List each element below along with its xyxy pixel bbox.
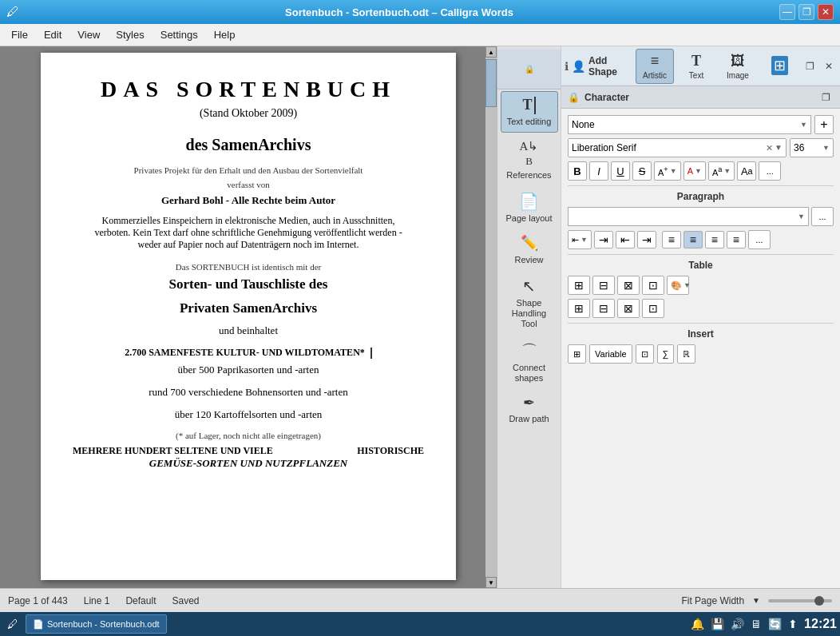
taskbar-icon-small: 📄 <box>33 619 44 630</box>
doc-by-label: verfasst von <box>73 180 424 189</box>
insert-frame-btn[interactable]: ⊡ <box>636 344 654 364</box>
text-size-dropdown[interactable]: Aa ▼ <box>708 161 735 181</box>
restore-button[interactable]: ❐ <box>798 4 814 20</box>
vertical-scrollbar[interactable]: ▲ ▼ <box>485 46 497 588</box>
line-info: Line 1 <box>84 595 110 606</box>
connect-shapes-icon: ⌒ <box>521 341 537 360</box>
align-right-btn[interactable]: ⇥ <box>594 231 613 248</box>
tool-page-layout[interactable]: 📄 Page layout <box>501 187 558 229</box>
menu-help[interactable]: Help <box>206 26 244 44</box>
bold-button[interactable]: B <box>568 161 587 181</box>
char-more-button[interactable]: ... <box>759 161 781 181</box>
menu-styles[interactable]: Styles <box>108 26 152 44</box>
insert-special-btn[interactable]: ℝ <box>677 344 695 364</box>
strikethrough-button[interactable]: S <box>632 161 652 181</box>
align-more-button[interactable]: ... <box>748 230 771 249</box>
add-style-button[interactable]: + <box>814 115 834 134</box>
tool-review[interactable]: ✏️ Review <box>501 230 558 270</box>
font-clear-icon[interactable]: ✕ <box>766 143 773 153</box>
prop-restore-button[interactable]: ❐ <box>818 89 834 105</box>
panel-close-button[interactable]: ✕ <box>821 58 837 74</box>
scroll-up-button[interactable]: ▲ <box>485 46 497 58</box>
add-shape-panel-toggle[interactable]: 🔒 <box>497 50 561 89</box>
char-style-select[interactable]: None ▼ <box>568 115 811 134</box>
shape-image-btn[interactable]: 🖼 Image <box>719 50 757 83</box>
zoom-thumb[interactable] <box>814 596 824 606</box>
document-page[interactable]: DAS SORTENBUCH (Stand Oktober 2009) des … <box>41 53 456 580</box>
font-size-select[interactable]: 36 ▼ <box>790 138 834 157</box>
indent-left-dropdown[interactable]: ⇤ ▼ <box>568 230 592 249</box>
panel-restore-button[interactable]: ❐ <box>802 58 818 74</box>
tool-text-editing[interactable]: T Text editing <box>501 91 558 133</box>
taskbar-icon-1[interactable]: 🔔 <box>691 618 704 630</box>
doc-separator: Das SORTENBUCH ist identisch mit der <box>73 262 424 272</box>
menu-settings[interactable]: Settings <box>153 26 206 44</box>
tool-shape-handling[interactable]: ↖ Shape Handling Tool <box>501 272 558 335</box>
zoom-slider[interactable] <box>768 599 832 602</box>
taskbar-icon-4[interactable]: 🖥 <box>751 618 762 630</box>
table-btn-6[interactable]: ⊟ <box>592 299 615 318</box>
tool-connect-shapes[interactable]: ⌒ Connect shapes <box>501 336 558 388</box>
taskbar-icon-5[interactable]: 🔄 <box>768 618 782 630</box>
scroll-down-button[interactable]: ▼ <box>485 577 497 588</box>
menu-edit[interactable]: Edit <box>36 26 69 44</box>
table-btn-7[interactable]: ⊠ <box>617 299 640 318</box>
right-panel: 🔒 T Text editing A↳B References 📄 Page l… <box>497 46 840 588</box>
table-btn-2[interactable]: ⊟ <box>592 276 615 295</box>
table-btn-1[interactable]: ⊞ <box>568 276 590 295</box>
table-btn-5[interactable]: ⊞ <box>568 299 590 318</box>
minimize-button[interactable]: — <box>779 4 795 20</box>
align-right-btn2[interactable]: ≡ <box>705 231 724 248</box>
table-btn-3[interactable]: ⊠ <box>617 276 640 295</box>
review-icon: ✏️ <box>521 235 538 252</box>
doc-stats-3: rund 700 verschiedene Bohnensorten und -… <box>73 386 424 399</box>
table-btn-8[interactable]: ⊡ <box>642 299 664 318</box>
tool-page-layout-label: Page layout <box>505 213 552 224</box>
scroll-thumb[interactable] <box>485 59 497 107</box>
taskbar-icon-6[interactable]: ⬆ <box>788 618 798 630</box>
close-button[interactable]: ✕ <box>818 4 834 20</box>
taskbar-app-icon[interactable]: 🖊 <box>3 614 22 634</box>
table-btn-4[interactable]: ⊡ <box>642 276 664 295</box>
doc-extra-3: GEMÜSE-SORTEN UND NUTZPFLANZEN <box>73 457 424 470</box>
zoom-dropdown-arrow[interactable]: ▼ <box>752 596 760 605</box>
font-dropdown-arrow[interactable]: ▼ <box>775 143 783 153</box>
tool-references[interactable]: A↳B References <box>501 134 558 185</box>
user-icon: 👤 <box>572 60 585 73</box>
align-left-btn[interactable]: ≡ <box>662 231 681 248</box>
menu-view[interactable]: View <box>69 26 108 44</box>
tool-draw-path[interactable]: ✒ Draw path <box>501 390 558 430</box>
shape-artistic-btn[interactable]: ≡ Artistic <box>636 49 674 84</box>
save-status: Saved <box>172 595 199 606</box>
section-paragraph-label: Paragraph <box>568 191 834 202</box>
para-style-select[interactable]: ▼ <box>568 207 809 226</box>
document-area: DAS SORTENBUCH (Stand Oktober 2009) des … <box>0 46 497 588</box>
align-justify-btn[interactable]: ≡ <box>727 231 746 248</box>
para-more-button[interactable]: ... <box>811 207 834 226</box>
shape-blocks-btn[interactable]: ⊞ <box>760 53 798 80</box>
table-more-dropdown[interactable]: 🎨 ▼ <box>667 276 689 295</box>
insert-buttons-row: ⊞ Variable ⊡ ∑ ℝ <box>568 344 834 364</box>
status-bar: Page 1 of 443 Line 1 Default Saved Fit P… <box>0 588 840 612</box>
align-outdent-btn[interactable]: ⇥ <box>637 231 656 248</box>
subscript-button[interactable]: Aa <box>737 161 756 181</box>
color-dropdown[interactable]: A ▼ <box>683 161 706 181</box>
font-family-select[interactable]: Liberation Serif ✕ ▼ <box>568 138 787 157</box>
shape-text-btn[interactable]: T Text <box>677 50 715 83</box>
doc-subtitle: (Stand Oktober 2009) <box>73 107 424 120</box>
insert-table-btn[interactable]: ⊞ <box>568 344 586 364</box>
superscript-dropdown[interactable]: A+ ▼ <box>654 161 681 181</box>
taskbar-window[interactable]: 📄 Sortenbuch - Sortenbuch.odt <box>26 614 167 634</box>
insert-formula-btn[interactable]: ∑ <box>657 344 675 364</box>
menu-file[interactable]: File <box>3 26 36 44</box>
doc-stats-2: über 500 Paprikasorten und -arten <box>73 364 424 376</box>
align-center-btn[interactable]: ≡ <box>683 231 703 248</box>
underline-button[interactable]: U <box>611 161 630 181</box>
info-icon: ℹ <box>565 60 569 73</box>
insert-variable-btn[interactable]: Variable <box>589 344 632 364</box>
italic-button[interactable]: I <box>589 161 608 181</box>
taskbar-icon-3[interactable]: 🔊 <box>731 618 744 630</box>
taskbar-icon-2[interactable]: 💾 <box>711 618 724 630</box>
align-indent-btn[interactable]: ⇤ <box>616 231 635 248</box>
main-area: DAS SORTENBUCH (Stand Oktober 2009) des … <box>0 46 840 588</box>
